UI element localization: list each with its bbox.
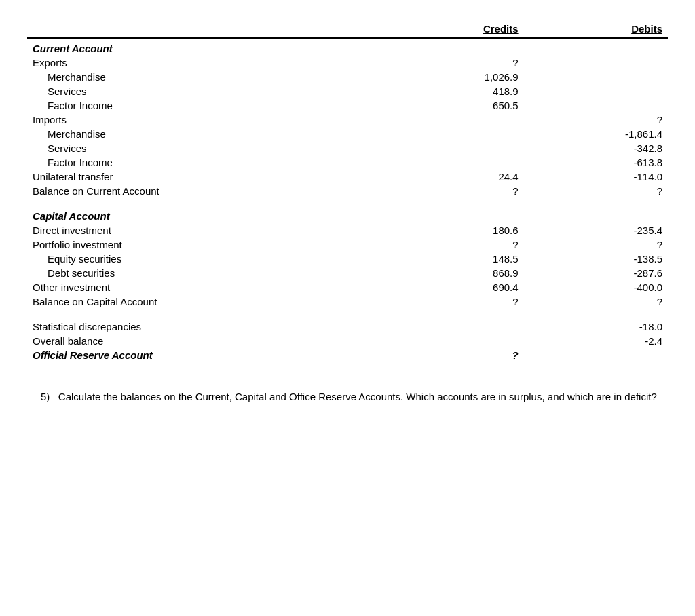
main-table-container: Credits Debits Current Account Exports ?… (27, 20, 668, 362)
row-label: Factor Income (27, 98, 379, 113)
row-label: Services (27, 141, 379, 155)
table-row: Merchandise -1,861.4 (27, 127, 668, 141)
row-credits: ? (379, 237, 523, 252)
row-label: Balance on Current Account (27, 184, 379, 198)
question-body: Calculate the balances on the Current, C… (58, 391, 657, 402)
row-credits (379, 127, 523, 141)
row-credits: 690.4 (379, 280, 523, 294)
row-credits: 418.9 (379, 84, 523, 98)
row-label: Services (27, 84, 379, 98)
row-debits (524, 84, 668, 98)
row-credits: 148.5 (379, 252, 523, 266)
row-credits (379, 113, 523, 127)
row-label: Exports (27, 56, 379, 70)
row-credits: ? (379, 184, 523, 198)
row-debits: ? (524, 184, 668, 198)
table-row: Factor Income -613.8 (27, 155, 668, 170)
row-credits: 24.4 (379, 170, 523, 184)
question-section: 5) Calculate the balances on the Current… (27, 389, 668, 405)
header-credits: Credits (379, 20, 523, 38)
capital-account-title: Capital Account (27, 209, 379, 223)
row-label: Balance on Capital Account (27, 294, 379, 309)
row-debits: -342.8 (524, 141, 668, 155)
table-row: Direct investment 180.6 -235.4 (27, 223, 668, 237)
row-debits: -2.4 (524, 334, 668, 348)
row-label: Statistical discrepancies (27, 320, 379, 334)
header-label (27, 20, 379, 38)
spacer-row (27, 309, 668, 320)
header-debits: Debits (524, 20, 668, 38)
table-row: Balance on Capital Account ? ? (27, 294, 668, 309)
row-debits: -235.4 (524, 223, 668, 237)
row-label: Direct investment (27, 223, 379, 237)
row-credits (379, 155, 523, 170)
table-row: Exports ? (27, 56, 668, 70)
row-debits: ? (524, 113, 668, 127)
table-row: Services -342.8 (27, 141, 668, 155)
table-row: Services 418.9 (27, 84, 668, 98)
row-credits: ? (379, 294, 523, 309)
row-debits (524, 348, 668, 362)
row-label: Portfolio investment (27, 237, 379, 252)
row-debits (524, 98, 668, 113)
table-row: Debt securities 868.9 -287.6 (27, 266, 668, 280)
row-credits: ? (379, 348, 523, 362)
table-row: Merchandise 1,026.9 (27, 70, 668, 84)
row-debits: ? (524, 237, 668, 252)
row-debits: ? (524, 294, 668, 309)
row-credits (379, 141, 523, 155)
row-credits: 1,026.9 (379, 70, 523, 84)
row-label: Official Reserve Account (27, 348, 379, 362)
row-label: Overall balance (27, 334, 379, 348)
row-label: Other investment (27, 280, 379, 294)
row-credits (379, 334, 523, 348)
table-row: Official Reserve Account ? (27, 348, 668, 362)
row-label: Unilateral transfer (27, 170, 379, 184)
table-row: Imports ? (27, 113, 668, 127)
table-row: Equity securities 148.5 -138.5 (27, 252, 668, 266)
row-credits (379, 320, 523, 334)
current-account-title-row: Current Account (27, 38, 668, 56)
row-label: Imports (27, 113, 379, 127)
row-label: Debt securities (27, 266, 379, 280)
row-debits: -114.0 (524, 170, 668, 184)
row-label: Merchandise (27, 70, 379, 84)
question-number: 5) (41, 391, 50, 402)
row-debits: -1,861.4 (524, 127, 668, 141)
row-label: Merchandise (27, 127, 379, 141)
row-label: Equity securities (27, 252, 379, 266)
spacer-row (27, 198, 668, 209)
row-debits (524, 56, 668, 70)
question-text: 5) Calculate the balances on the Current… (41, 389, 668, 405)
row-label: Factor Income (27, 155, 379, 170)
row-credits: 180.6 (379, 223, 523, 237)
row-credits: 868.9 (379, 266, 523, 280)
row-debits: -287.6 (524, 266, 668, 280)
table-row: Overall balance -2.4 (27, 334, 668, 348)
table-row: Unilateral transfer 24.4 -114.0 (27, 170, 668, 184)
table-row: Factor Income 650.5 (27, 98, 668, 113)
row-debits: -613.8 (524, 155, 668, 170)
table-row: Balance on Current Account ? ? (27, 184, 668, 198)
table-row: Statistical discrepancies -18.0 (27, 320, 668, 334)
row-debits: -400.0 (524, 280, 668, 294)
balance-of-payments-table: Credits Debits Current Account Exports ?… (27, 20, 668, 362)
row-debits: -138.5 (524, 252, 668, 266)
row-debits: -18.0 (524, 320, 668, 334)
row-credits: ? (379, 56, 523, 70)
capital-account-title-row: Capital Account (27, 209, 668, 223)
current-account-title: Current Account (27, 38, 379, 56)
row-credits: 650.5 (379, 98, 523, 113)
row-debits (524, 70, 668, 84)
table-row: Portfolio investment ? ? (27, 237, 668, 252)
table-header-row: Credits Debits (27, 20, 668, 38)
table-row: Other investment 690.4 -400.0 (27, 280, 668, 294)
